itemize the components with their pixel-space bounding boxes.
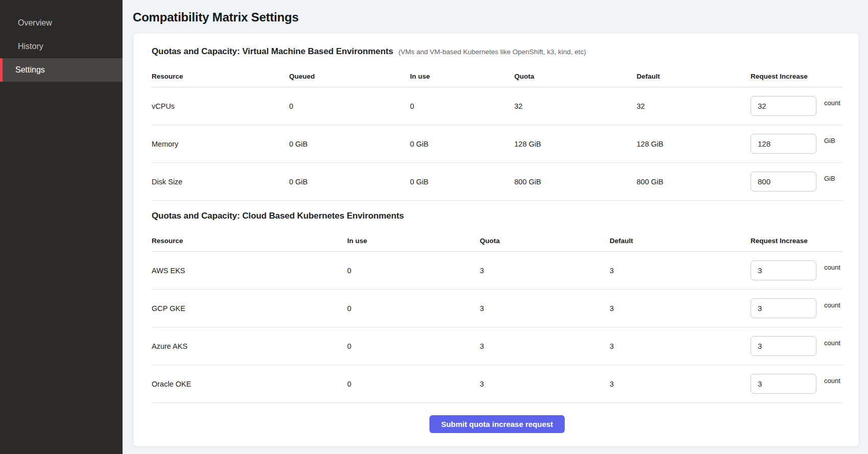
table-row-oracle-oke: Oracle OKE 0 3 3 count xyxy=(152,365,842,403)
cell-resource: GCP GKE xyxy=(152,304,347,313)
cell-quota: 3 xyxy=(480,342,610,350)
table-header-row: Resource Queued In use Quota Default Req… xyxy=(152,66,842,87)
unit-label: GiB xyxy=(824,137,835,145)
cell-in-use: 0 GiB xyxy=(410,178,514,186)
table-row-vcpus: vCPUs 0 0 32 32 count xyxy=(152,87,842,125)
sidebar-item-settings[interactable]: Settings xyxy=(0,58,123,82)
gcp-gke-request-increase-input[interactable] xyxy=(751,298,816,318)
request-increase-group: count xyxy=(751,96,842,116)
disk-size-request-increase-input[interactable] xyxy=(751,172,816,192)
request-increase-group: GiB xyxy=(751,134,842,154)
cell-default: 800 GiB xyxy=(637,178,751,186)
column-header-queued: Queued xyxy=(289,73,410,80)
cell-in-use: 0 GiB xyxy=(410,140,514,148)
cell-default: 3 xyxy=(610,380,751,388)
cell-default: 3 xyxy=(610,267,751,275)
cell-default: 3 xyxy=(610,304,751,313)
column-header-default: Default xyxy=(610,237,751,245)
sidebar-item-label: Overview xyxy=(18,18,52,28)
column-header-quota: Quota xyxy=(480,237,610,245)
section-cloud-k8s-environments: Quotas and Capacity: Cloud Based Kuberne… xyxy=(152,211,842,403)
cell-resource: Oracle OKE xyxy=(152,380,347,388)
unit-label: count xyxy=(824,301,840,309)
column-header-resource: Resource xyxy=(152,73,289,80)
section-header: Quotas and Capacity: Virtual Machine Bas… xyxy=(152,46,842,57)
column-header-default: Default xyxy=(637,73,751,80)
table-row-gcp-gke: GCP GKE 0 3 3 count xyxy=(152,290,842,327)
cell-quota: 32 xyxy=(514,102,636,110)
cell-default: 128 GiB xyxy=(637,140,751,148)
sidebar-item-history[interactable]: History xyxy=(0,35,123,58)
section-subtitle: (VMs and VM-based Kubernetes like OpenSh… xyxy=(398,48,586,56)
request-increase-group: GiB xyxy=(751,172,842,192)
cell-resource: Memory xyxy=(152,140,289,148)
unit-label: GiB xyxy=(824,175,835,182)
cell-default: 3 xyxy=(610,342,751,350)
cell-in-use: 0 xyxy=(347,304,480,313)
column-header-request-increase: Request Increase xyxy=(751,237,842,245)
column-header-quota: Quota xyxy=(514,73,636,80)
column-header-in-use: In use xyxy=(410,73,514,80)
cell-resource: AWS EKS xyxy=(152,267,347,275)
column-header-resource: Resource xyxy=(152,237,347,245)
cell-default: 32 xyxy=(637,102,751,110)
azure-aks-request-increase-input[interactable] xyxy=(751,336,816,356)
sidebar-item-overview[interactable]: Overview xyxy=(0,11,123,35)
cell-resource: Disk Size xyxy=(152,178,289,186)
cell-in-use: 0 xyxy=(347,380,480,388)
request-increase-group: count xyxy=(751,298,842,318)
cell-quota: 800 GiB xyxy=(514,178,636,186)
page-title: Compatibility Matrix Settings xyxy=(133,10,859,25)
cell-quota: 3 xyxy=(480,304,610,313)
section-title: Quotas and Capacity: Virtual Machine Bas… xyxy=(152,46,393,57)
aws-eks-request-increase-input[interactable] xyxy=(751,260,816,280)
cell-in-use: 0 xyxy=(410,102,514,110)
main-content: Compatibility Matrix Settings Quotas and… xyxy=(123,0,868,454)
oracle-oke-request-increase-input[interactable] xyxy=(751,374,816,394)
column-header-in-use: In use xyxy=(347,237,480,245)
cell-quota: 3 xyxy=(480,380,610,388)
section-header: Quotas and Capacity: Cloud Based Kuberne… xyxy=(152,211,842,221)
sidebar-item-label: Settings xyxy=(15,65,45,75)
cell-resource: vCPUs xyxy=(152,102,289,110)
table-row-aws-eks: AWS EKS 0 3 3 count xyxy=(152,252,842,290)
unit-label: count xyxy=(824,264,840,271)
sidebar: Overview History Settings xyxy=(0,0,123,454)
unit-label: count xyxy=(824,339,840,347)
cell-quota: 3 xyxy=(480,267,610,275)
cell-queued: 0 GiB xyxy=(289,140,410,148)
sidebar-item-label: History xyxy=(18,42,43,51)
request-increase-group: count xyxy=(751,336,842,356)
table-row-azure-aks: Azure AKS 0 3 3 count xyxy=(152,327,842,365)
request-increase-group: count xyxy=(751,374,842,394)
unit-label: count xyxy=(824,377,840,385)
cell-resource: Azure AKS xyxy=(152,342,347,350)
app-window: Overview History Settings Compatibility … xyxy=(0,0,868,454)
cell-in-use: 0 xyxy=(347,267,480,275)
cell-quota: 128 GiB xyxy=(514,140,636,148)
table-header-row: Resource In use Quota Default Request In… xyxy=(152,230,842,252)
unit-label: count xyxy=(824,99,840,107)
section-title: Quotas and Capacity: Cloud Based Kuberne… xyxy=(152,211,404,221)
request-increase-group: count xyxy=(751,260,842,280)
table-row-memory: Memory 0 GiB 0 GiB 128 GiB 128 GiB GiB xyxy=(152,125,842,163)
submit-row: Submit quota increase request xyxy=(152,403,842,433)
cell-queued: 0 GiB xyxy=(289,178,410,186)
cell-queued: 0 xyxy=(289,102,410,110)
section-vm-environments: Quotas and Capacity: Virtual Machine Bas… xyxy=(152,46,842,201)
vcpus-request-increase-input[interactable] xyxy=(751,96,816,116)
settings-card: Quotas and Capacity: Virtual Machine Bas… xyxy=(133,33,859,447)
memory-request-increase-input[interactable] xyxy=(751,134,816,154)
table-row-disk-size: Disk Size 0 GiB 0 GiB 800 GiB 800 GiB Gi… xyxy=(152,163,842,201)
cell-in-use: 0 xyxy=(347,342,480,350)
column-header-request-increase: Request Increase xyxy=(751,73,842,80)
submit-quota-increase-button[interactable]: Submit quota increase request xyxy=(429,415,565,433)
